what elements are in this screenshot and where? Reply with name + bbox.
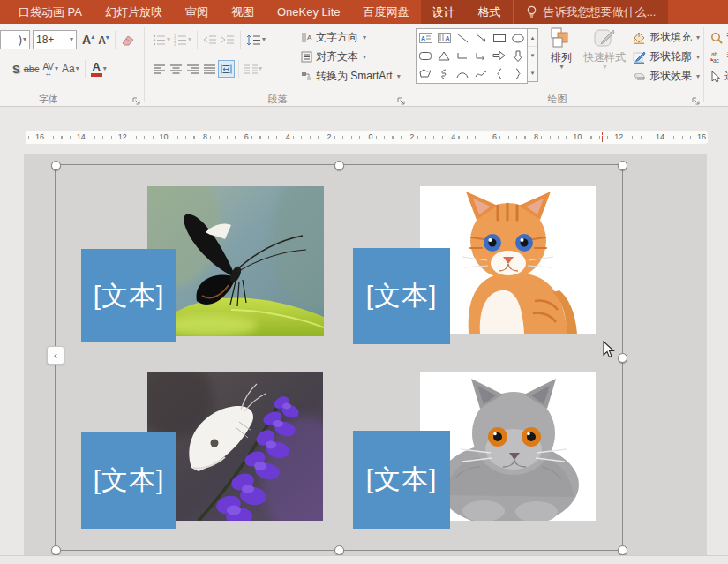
shape-elbow-arrow-connector-icon[interactable] xyxy=(472,47,491,64)
character-spacing-button[interactable]: AV↔ ▾ xyxy=(41,59,60,79)
shape-rectangle-icon[interactable] xyxy=(490,29,508,47)
ruler-label: 6 xyxy=(243,132,251,143)
gallery-scroll-down-button[interactable]: ▾ xyxy=(528,47,537,64)
tell-me-box[interactable]: 告诉我您想要做什么... xyxy=(513,0,669,24)
horizontal-ruler: 1614121086420246810121416 xyxy=(26,131,706,144)
svg-text:ab: ab xyxy=(711,51,718,57)
chevron-down-icon: ▾ xyxy=(696,34,700,41)
columns-button[interactable]: ▾ xyxy=(243,59,264,79)
ruler-label: 14 xyxy=(75,132,87,143)
tab-format[interactable]: 格式 xyxy=(467,0,513,24)
select-button[interactable]: 选择 ▾ xyxy=(710,68,728,85)
text-direction-icon: A xyxy=(301,32,312,43)
tab-view[interactable]: 视图 xyxy=(220,0,266,24)
tab-pocket-animation[interactable]: 口袋动画 PA xyxy=(7,0,94,24)
quick-styles-button[interactable]: 快速样式 ▾ xyxy=(580,26,629,85)
find-button[interactable]: 查找 xyxy=(710,29,728,46)
align-text-icon xyxy=(301,51,312,63)
increase-indent-button[interactable] xyxy=(219,30,236,49)
shape-scribble-icon[interactable] xyxy=(435,65,454,83)
decrease-font-size-button[interactable]: A▾ xyxy=(96,30,111,49)
triangle-up-icon: ▴ xyxy=(91,33,94,41)
font-size-combo[interactable]: 18+▾ xyxy=(33,30,77,49)
gallery-more-button[interactable]: ▾ xyxy=(528,64,537,81)
shape-vertical-text-box-icon[interactable]: A xyxy=(435,29,454,47)
shape-right-brace-icon[interactable] xyxy=(508,65,527,83)
bullets-button[interactable]: ▾ xyxy=(151,30,172,49)
align-left-button[interactable] xyxy=(151,60,168,78)
chevron-down-icon: ▾ xyxy=(262,36,266,43)
shape-effects-button[interactable]: 形状效果 ▾ xyxy=(633,68,700,85)
line-spacing-button[interactable]: ▾ xyxy=(244,30,267,49)
shape-outline-button[interactable]: 形状轮廓 ▾ xyxy=(633,49,700,65)
left-right-arrow-icon: ↔ xyxy=(44,71,52,75)
editing-group-label: 编辑 xyxy=(705,93,728,105)
selection-rectangle xyxy=(55,164,623,551)
font-color-button[interactable]: A ▾ xyxy=(89,59,109,79)
selection-handle-top-center[interactable] xyxy=(334,161,344,170)
arrange-button[interactable]: 排列 ▾ xyxy=(541,26,582,85)
tab-design[interactable]: 设计 xyxy=(421,0,467,24)
separator xyxy=(240,31,241,49)
ribbon: )▾ 18+▾ A▴ A▾ xyxy=(0,24,728,107)
canvas-bottom-strip xyxy=(0,555,728,564)
columns-icon xyxy=(244,64,258,74)
ruler-label: 6 xyxy=(491,132,499,143)
distribute-text-button[interactable] xyxy=(218,60,235,78)
line-spacing-icon xyxy=(246,34,261,46)
selection-handle-bottom-left[interactable] xyxy=(51,545,61,555)
text-shadow-button[interactable]: S xyxy=(11,59,22,79)
shape-oval-icon[interactable] xyxy=(508,29,527,47)
selection-handle-top-right[interactable] xyxy=(618,161,627,170)
convert-to-smartart-button[interactable]: 转换为 SmartArt ▾ xyxy=(301,68,401,85)
svg-text:A: A xyxy=(307,34,312,41)
shape-left-brace-icon[interactable] xyxy=(490,65,508,83)
tab-onekey-lite[interactable]: OneKey Lite xyxy=(266,0,352,24)
tab-slideshow[interactable]: 幻灯片放映 xyxy=(94,0,174,24)
paragraph-dialog-launcher[interactable] xyxy=(397,94,406,102)
collapse-left-button[interactable]: ‹ xyxy=(47,346,64,365)
numbering-button[interactable]: 1 2 3 ▾ xyxy=(172,30,193,49)
selection-handle-middle-right[interactable] xyxy=(618,353,627,363)
shape-curve-icon[interactable] xyxy=(472,65,491,83)
shape-text-box-icon[interactable]: A xyxy=(417,29,435,47)
chevron-down-icon: ▾ xyxy=(76,65,79,72)
ruler-label: 16 xyxy=(34,132,46,143)
shape-arrow-icon[interactable] xyxy=(472,29,491,47)
replace-button[interactable]: ab ac 替换 ▾ xyxy=(710,49,728,65)
selection-handle-bottom-center[interactable] xyxy=(334,545,344,555)
shape-arc-icon[interactable] xyxy=(454,65,472,83)
drawing-dialog-launcher[interactable] xyxy=(692,94,701,102)
select-cursor-icon xyxy=(710,71,721,83)
separator xyxy=(144,27,145,102)
paint-bucket-icon xyxy=(633,32,646,44)
align-center-button[interactable] xyxy=(168,60,184,78)
text-direction-button[interactable]: A 文字方向 ▾ xyxy=(301,29,401,46)
gallery-scroll-up-button[interactable]: ▴ xyxy=(528,29,537,47)
clear-formatting-button[interactable] xyxy=(119,30,137,49)
shape-triangle-icon[interactable] xyxy=(435,47,454,64)
increase-font-size-button[interactable]: A▴ xyxy=(80,30,96,49)
selection-handle-bottom-right[interactable] xyxy=(618,545,627,555)
change-case-button[interactable]: Aa ▾ xyxy=(60,59,81,79)
shape-elbow-connector-icon[interactable] xyxy=(454,47,472,64)
shape-rounded-rectangle-icon[interactable] xyxy=(417,47,435,64)
font-dialog-launcher[interactable] xyxy=(132,94,141,102)
tab-review[interactable]: 审阅 xyxy=(174,0,220,24)
align-text-button[interactable]: 对齐文本 ▾ xyxy=(301,49,401,65)
slide-canvas[interactable]: [文本] [文本] [文本] [文本] ‹ xyxy=(24,154,707,555)
shape-fill-button[interactable]: 形状填充 ▾ xyxy=(633,29,700,46)
shape-right-arrow-icon[interactable] xyxy=(490,47,508,64)
justify-button[interactable] xyxy=(201,60,218,78)
strikethrough-button[interactable]: abc xyxy=(22,59,41,79)
decrease-indent-button[interactable] xyxy=(201,30,219,49)
selection-handle-top-left[interactable] xyxy=(51,161,61,170)
font-group: )▾ 18+▾ A▴ A▾ xyxy=(0,24,145,106)
font-name-combo[interactable]: )▾ xyxy=(0,30,30,49)
shape-line-icon[interactable] xyxy=(454,29,472,47)
align-right-button[interactable] xyxy=(184,60,201,78)
chevron-down-icon: ▾ xyxy=(397,73,401,80)
shape-down-arrow-icon[interactable] xyxy=(508,47,527,64)
shape-freeform-icon[interactable] xyxy=(417,65,435,83)
tab-baidu-netdisk[interactable]: 百度网盘 xyxy=(352,0,421,24)
